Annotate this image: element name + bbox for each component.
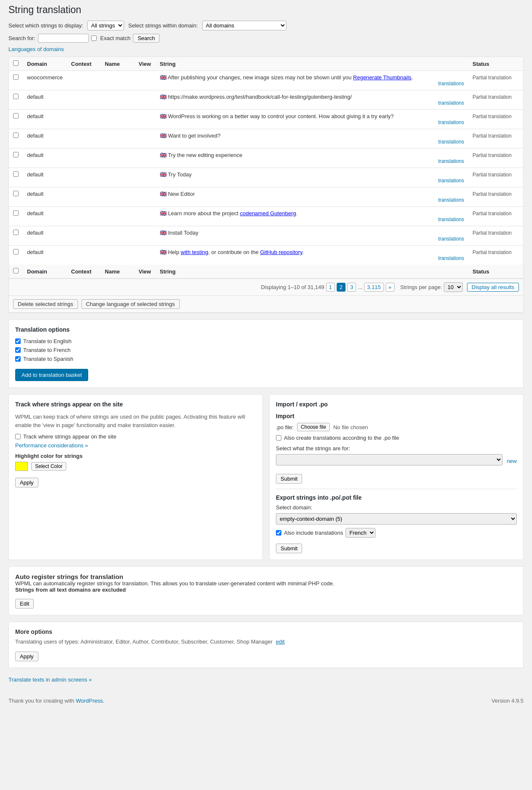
table-row: default 🇬🇧 WordPress is working on a bet… xyxy=(9,110,523,129)
translations-link-3[interactable]: translations xyxy=(160,139,464,145)
row-status-3: Partial translation xyxy=(468,129,523,149)
row-status-9: Partial translation xyxy=(468,246,523,265)
row-string-5: 🇬🇧 Try Today translations xyxy=(156,168,468,187)
row-checkbox-4[interactable] xyxy=(13,152,19,157)
display-select[interactable]: All strings xyxy=(87,21,124,30)
page-3[interactable]: 3 xyxy=(347,283,356,292)
next-page[interactable]: » xyxy=(386,283,394,292)
exact-match-checkbox[interactable] xyxy=(91,35,97,41)
row-domain-5: default xyxy=(23,168,67,187)
translations-link-2[interactable]: translations xyxy=(160,119,464,125)
row-view-8 xyxy=(135,226,156,246)
select-color-button[interactable]: Select Color xyxy=(31,462,66,471)
row-string-9: 🇬🇧 Help with testing, or contribute on t… xyxy=(156,246,468,265)
search-button[interactable]: Search xyxy=(133,34,159,43)
select-all-bottom[interactable] xyxy=(13,268,19,273)
delete-selected-button[interactable]: Delete selected strings xyxy=(13,299,78,309)
track-strings-section: Track where strings appear on the site W… xyxy=(8,394,263,560)
highlight-title: Highlight color for strings xyxy=(15,453,256,459)
select-all-top[interactable] xyxy=(13,60,19,66)
row-domain-6: default xyxy=(23,187,67,207)
page-1[interactable]: 1 xyxy=(326,283,335,292)
languages-link[interactable]: Languages of domains xyxy=(8,46,64,52)
row-checkbox-5[interactable] xyxy=(13,171,19,177)
table-row: default 🇬🇧 New Editor translations Parti… xyxy=(9,187,523,207)
row-view-4 xyxy=(135,149,156,168)
track-strings-checkbox[interactable] xyxy=(15,434,21,439)
export-domain-select[interactable]: empty-context-domain (5) xyxy=(276,513,517,525)
row-checkbox-9[interactable] xyxy=(13,249,19,254)
row-domain-4: default xyxy=(23,149,67,168)
import-export-title: Import / export .po xyxy=(276,401,517,408)
wordpress-link[interactable]: WordPress. xyxy=(76,698,105,704)
table-row: default 🇬🇧 https://make.wordpress.org/te… xyxy=(9,90,523,110)
submit-import-button[interactable]: Submit xyxy=(276,474,302,484)
row-domain-9: default xyxy=(23,246,67,265)
page-2[interactable]: 2 xyxy=(337,283,346,292)
search-input[interactable] xyxy=(38,34,89,43)
row-context-1 xyxy=(67,90,101,110)
row-view-2 xyxy=(135,110,156,129)
row-context-7 xyxy=(67,207,101,226)
row-name-8 xyxy=(101,226,135,246)
language-select[interactable]: French xyxy=(346,528,375,538)
row-context-4 xyxy=(67,149,101,168)
displaying-text: Displaying 1–10 of 31,149 xyxy=(261,284,324,290)
submit-export-button[interactable]: Submit xyxy=(276,544,302,553)
footer-links: Translate texts in admin screens » xyxy=(8,674,524,685)
translations-link-9[interactable]: translations xyxy=(160,255,464,261)
row-string-4: 🇬🇧 Try the new editing experience transl… xyxy=(156,149,468,168)
row-status-8: Partial translation xyxy=(468,226,523,246)
strings-per-page-select[interactable]: 10 xyxy=(444,282,463,292)
new-link[interactable]: new xyxy=(507,458,517,464)
row-string-3: 🇬🇧 Want to get involved? translations xyxy=(156,129,468,149)
track-strings-title: Track where strings appear on the site xyxy=(15,401,256,408)
add-to-basket-button[interactable]: Add to translation basket xyxy=(15,369,88,381)
translations-link-5[interactable]: translations xyxy=(160,178,464,184)
row-checkbox-7[interactable] xyxy=(13,210,19,216)
select-strings-select[interactable] xyxy=(276,454,502,465)
translate-french-checkbox[interactable] xyxy=(15,347,21,353)
row-checkbox-3[interactable] xyxy=(13,133,19,138)
translate-spanish-checkbox[interactable] xyxy=(15,356,21,362)
row-name-9 xyxy=(101,246,135,265)
color-swatch[interactable] xyxy=(15,462,28,471)
row-checkbox-6[interactable] xyxy=(13,191,19,196)
display-all-button[interactable]: Display all results xyxy=(467,283,519,292)
translations-link-0[interactable]: translations xyxy=(160,81,464,87)
table-row: default 🇬🇧 Want to get involved? transla… xyxy=(9,129,523,149)
performance-link[interactable]: Performance considerations » xyxy=(15,442,88,449)
row-view-7 xyxy=(135,207,156,226)
row-string-6: 🇬🇧 New Editor translations xyxy=(156,187,468,207)
also-include-checkbox[interactable] xyxy=(276,530,281,536)
exact-match-label: Exact match xyxy=(100,35,131,41)
change-language-button[interactable]: Change language of selected strings xyxy=(81,299,180,309)
row-checkbox-8[interactable] xyxy=(13,230,19,235)
row-view-3 xyxy=(135,129,156,149)
also-create-checkbox[interactable] xyxy=(276,435,281,441)
more-options-apply-button[interactable]: Apply xyxy=(15,652,38,661)
auto-register-edit-button[interactable]: Edit xyxy=(15,599,34,609)
row-name-7 xyxy=(101,207,135,226)
admin-screens-link[interactable]: Translate texts in admin screens » xyxy=(8,676,92,683)
translations-link-4[interactable]: translations xyxy=(160,158,464,164)
row-checkbox-0[interactable] xyxy=(13,74,19,80)
translate-french-label: Translate to French xyxy=(23,347,70,353)
row-checkbox-1[interactable] xyxy=(13,94,19,99)
translations-link-1[interactable]: translations xyxy=(160,100,464,106)
row-checkbox-2[interactable] xyxy=(13,113,19,119)
import-title: Import xyxy=(276,413,517,419)
last-page[interactable]: 3,115 xyxy=(364,283,384,292)
domain-select[interactable]: All domains xyxy=(202,21,286,30)
translations-link-7[interactable]: translations xyxy=(160,216,464,222)
translations-link-8[interactable]: translations xyxy=(160,236,464,242)
translate-english-checkbox[interactable] xyxy=(15,338,21,344)
row-domain-2: default xyxy=(23,110,67,129)
choose-file-button[interactable]: Choose file xyxy=(297,423,330,431)
translate-french-row: Translate to French xyxy=(15,347,517,353)
translations-link-6[interactable]: translations xyxy=(160,197,464,203)
more-options-edit-link[interactable]: edit xyxy=(276,638,285,645)
row-string-0: 🇬🇧 After publishing your changes, new im… xyxy=(156,71,468,90)
col-domain-footer: Domain xyxy=(23,265,67,279)
track-apply-button[interactable]: Apply xyxy=(15,478,38,487)
